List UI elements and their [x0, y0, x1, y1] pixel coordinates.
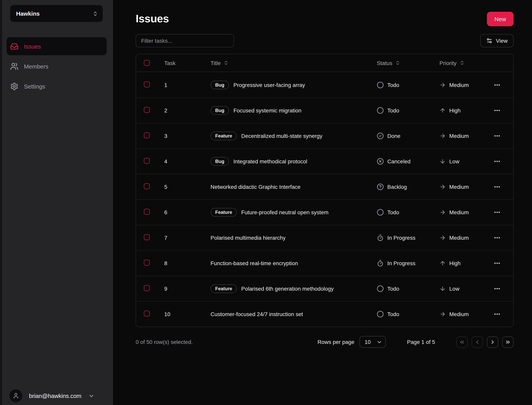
select-row-checkbox[interactable]	[144, 183, 150, 189]
row-actions-button[interactable]	[491, 105, 503, 115]
more-horizontal-icon	[494, 260, 501, 267]
priority-cell: Medium	[440, 133, 491, 139]
select-row-checkbox[interactable]	[144, 209, 150, 215]
priority-cell: Medium	[440, 209, 491, 216]
select-row-checkbox[interactable]	[144, 260, 150, 266]
more-horizontal-icon	[494, 209, 501, 216]
priority-label: Medium	[449, 82, 469, 88]
priority-label: High	[449, 260, 461, 266]
actions-cell	[491, 233, 513, 243]
select-row-checkbox[interactable]	[144, 285, 150, 291]
view-button[interactable]: View	[480, 34, 514, 47]
select-row-checkbox[interactable]	[144, 107, 150, 113]
toolbar: View	[136, 34, 514, 47]
sliders-icon	[486, 38, 492, 44]
row-actions-button[interactable]	[491, 182, 503, 192]
table-row: 2BugFocused systemic migrationTodoHigh	[136, 98, 513, 123]
table-row: 3FeatureDecentralized multi-state synerg…	[136, 123, 513, 148]
table-row: 1BugProgressive user-facing arrayTodoMed…	[136, 72, 513, 98]
title-cell: FeaturePolarised 6th generation methodol…	[211, 284, 377, 293]
task-title: Networked didactic Graphic Interface	[211, 184, 300, 190]
user-menu[interactable]: brian@hawkins.com	[9, 389, 94, 402]
checkbox-cell	[144, 132, 164, 139]
label-badge: Bug	[211, 157, 229, 166]
status-canceled-icon	[377, 158, 384, 165]
workspace-switcher[interactable]: Hawkins	[10, 5, 103, 22]
filter-input[interactable]	[136, 34, 234, 47]
select-all-checkbox[interactable]	[144, 60, 150, 66]
more-horizontal-icon	[494, 234, 501, 241]
select-row-checkbox[interactable]	[144, 234, 150, 240]
selection-status: 0 of 50 row(s) selected.	[136, 339, 318, 345]
sidebar-item-settings[interactable]: Settings	[7, 77, 107, 95]
title-cell: FeatureDecentralized multi-state synergy	[211, 132, 377, 140]
select-row-checkbox[interactable]	[144, 81, 150, 87]
row-actions-button[interactable]	[491, 131, 503, 141]
status-label: Todo	[387, 285, 399, 292]
status-label: In Progress	[387, 260, 415, 266]
last-page-button[interactable]	[502, 336, 514, 348]
label-badge: Bug	[211, 81, 229, 89]
column-header-status: Status	[377, 60, 440, 66]
actions-cell	[491, 284, 513, 294]
task-title: Polarised 6th generation methodology	[241, 285, 334, 292]
sort-button-status[interactable]: Status	[377, 60, 400, 66]
select-row-checkbox[interactable]	[144, 132, 150, 138]
task-title: Decentralized multi-state synergy	[241, 133, 322, 139]
select-row-checkbox[interactable]	[144, 310, 150, 317]
column-label: Priority	[440, 60, 456, 66]
sort-button-title[interactable]: Title	[211, 60, 228, 66]
status-backlog-icon	[377, 183, 384, 190]
checkbox-cell	[144, 234, 164, 241]
label-badge: Feature	[211, 132, 237, 140]
row-actions-button[interactable]	[491, 284, 503, 294]
status-cell: Todo	[377, 81, 440, 88]
select-row-checkbox[interactable]	[144, 158, 150, 164]
more-horizontal-icon	[494, 183, 501, 190]
more-horizontal-icon	[494, 310, 501, 318]
task-title: Polarised multimedia hierarchy	[211, 235, 286, 241]
title-cell: Customer-focused 24/7 instruction set	[211, 311, 377, 317]
row-actions-button[interactable]	[491, 258, 503, 268]
priority-cell: Low	[440, 158, 491, 164]
checkbox-cell	[144, 158, 164, 165]
issues-table: TaskTitleStatusPriority 1BugProgressive …	[136, 54, 514, 327]
status-done-icon	[377, 132, 384, 139]
next-page-button[interactable]	[487, 336, 498, 348]
title-cell: Networked didactic Graphic Interface	[211, 184, 377, 190]
page-title: Issues	[136, 12, 169, 26]
workspace-name: Hawkins	[16, 10, 92, 17]
row-actions-button[interactable]	[491, 207, 503, 217]
row-actions-button[interactable]	[491, 80, 503, 90]
priority-cell: Medium	[440, 235, 491, 241]
task-cell: 9	[164, 285, 211, 292]
settings-icon	[10, 82, 18, 90]
status-label: Canceled	[387, 158, 410, 164]
status-todo-icon	[377, 285, 384, 292]
actions-cell	[491, 309, 513, 319]
chevron-left-icon	[474, 339, 480, 345]
table-body: 1BugProgressive user-facing arrayTodoMed…	[136, 72, 513, 327]
priority-label: Medium	[449, 184, 469, 190]
checkbox-cell	[144, 107, 164, 114]
pager-buttons	[456, 336, 514, 348]
status-in-progress-icon	[377, 234, 384, 241]
status-cell: Backlog	[377, 183, 440, 190]
rows-per-page-select[interactable]: 10	[359, 336, 386, 348]
actions-cell	[491, 131, 513, 141]
new-button[interactable]: New	[487, 12, 514, 26]
sidebar-item-issues[interactable]: Issues	[7, 37, 107, 55]
sort-button-priority[interactable]: Priority	[440, 60, 464, 66]
priority-low-icon	[440, 158, 446, 164]
task-title: Focused systemic migration	[234, 107, 302, 114]
row-actions-button[interactable]	[491, 309, 503, 319]
select-all-cell	[144, 60, 164, 66]
status-label: Todo	[387, 311, 399, 317]
actions-cell	[491, 105, 513, 115]
title-cell: BugFocused systemic migration	[211, 106, 377, 115]
row-actions-button[interactable]	[491, 156, 503, 167]
priority-medium-icon	[440, 82, 446, 88]
row-actions-button[interactable]	[491, 233, 503, 243]
sidebar-item-members[interactable]: Members	[7, 57, 107, 75]
priority-medium-icon	[440, 311, 446, 317]
